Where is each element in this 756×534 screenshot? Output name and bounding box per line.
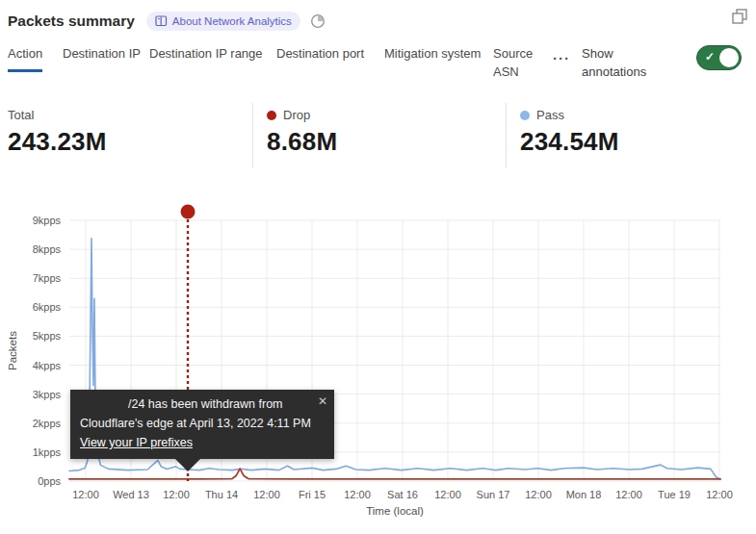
y-tick-label: 9kpps <box>33 215 62 226</box>
tab-action[interactable]: Action <box>8 42 63 72</box>
y-tick-label: 4kpps <box>33 360 62 371</box>
panel-header: Packets summary About Network Analytics <box>8 8 748 35</box>
x-tick-label: 12:00 <box>72 489 99 500</box>
x-tick-label: 12:00 <box>434 489 461 500</box>
tooltip-text-line1: /24 has been withdrawn from <box>80 394 325 414</box>
open-in-new-window-icon[interactable] <box>731 8 748 25</box>
time-window-icon[interactable] <box>310 13 326 29</box>
annotation-tooltip: ✕ /24 has been withdrawn from Cloudflare… <box>70 390 334 459</box>
stat-drop: Drop 8.68M <box>267 108 337 157</box>
y-tick-label: 0pps <box>38 475 61 487</box>
y-tick-label: 8kpps <box>33 243 62 255</box>
stat-pass: Pass 234.54M <box>520 108 619 157</box>
more-tabs-icon[interactable]: ··· <box>553 50 570 66</box>
y-tick-label: 7kpps <box>33 272 62 284</box>
book-icon <box>155 15 168 27</box>
chart-canvas: 0pps1kpps2kpps3kpps4kpps5kpps6kpps7kpps8… <box>0 197 756 534</box>
stats-divider <box>252 103 253 168</box>
packets-summary-panel: Packets summary About Network Analytics … <box>0 0 756 534</box>
x-axis-title: Time (local) <box>366 505 424 517</box>
pass-legend-dot <box>520 111 530 120</box>
dimension-tabs: Action Destination IP Destination IP ran… <box>8 42 665 82</box>
x-tick-label: Sun 17 <box>477 489 510 500</box>
about-network-analytics-badge[interactable]: About Network Analytics <box>146 12 300 31</box>
x-tick-label: 12:00 <box>615 489 642 500</box>
stat-total-label: Total <box>8 108 34 122</box>
tab-mitigation-system[interactable]: Mitigation system <box>384 42 493 64</box>
x-tick-label: 12:00 <box>706 489 733 500</box>
y-tick-label: 2kpps <box>33 418 62 429</box>
x-tick-label: 12:00 <box>525 489 552 500</box>
tab-destination-port[interactable]: Destination port <box>276 42 384 64</box>
x-tick-label: Wed 13 <box>113 489 149 500</box>
y-tick-label: 6kpps <box>33 301 62 313</box>
y-tick-label: 3kpps <box>33 389 62 400</box>
stats-divider <box>506 103 507 168</box>
tooltip-text-line2: Cloudflare's edge at April 13, 2022 4:11… <box>80 414 325 433</box>
packets-time-series-chart[interactable]: 0pps1kpps2kpps3kpps4kpps5kpps6kpps7kpps8… <box>0 197 756 534</box>
tab-destination-ip[interactable]: Destination IP <box>63 42 149 64</box>
y-tick-label: 5kpps <box>33 330 62 342</box>
page-title: Packets summary <box>8 13 135 30</box>
close-icon[interactable]: ✕ <box>318 392 327 411</box>
annotation-marker-dot <box>181 205 196 219</box>
tab-source-asn[interactable]: Source ASN <box>493 42 551 82</box>
x-tick-label: Mon 18 <box>566 489 602 500</box>
x-tick-label: Fri 15 <box>299 489 326 500</box>
check-icon: ✓ <box>705 50 715 64</box>
y-axis-title: Packets <box>7 331 18 370</box>
x-tick-label: 12:00 <box>163 489 190 500</box>
x-tick-label: 12:00 <box>253 489 280 500</box>
badge-label: About Network Analytics <box>172 15 292 27</box>
show-annotations-toggle[interactable]: ✓ <box>696 45 742 70</box>
stat-drop-value: 8.68M <box>267 127 337 157</box>
tab-destination-ip-range[interactable]: Destination IP range <box>149 42 276 64</box>
stat-total-value: 243.23M <box>8 127 107 157</box>
x-tick-label: 12:00 <box>344 489 371 500</box>
toggle-knob <box>719 48 739 67</box>
view-ip-prefixes-link[interactable]: View your IP prefixes <box>80 436 193 449</box>
series-drop-line <box>69 469 720 479</box>
stats-row: Total 243.23M Drop 8.68M Pass 234.54M <box>0 100 756 175</box>
stat-pass-label: Pass <box>536 108 564 122</box>
x-tick-label: Thu 14 <box>205 489 238 500</box>
stat-drop-label: Drop <box>283 108 310 122</box>
stat-total: Total 243.23M <box>8 108 107 157</box>
y-tick-label: 1kpps <box>33 446 62 458</box>
x-tick-label: Tue 19 <box>658 489 691 500</box>
drop-legend-dot <box>267 111 276 120</box>
show-annotations-label: Show annotations <box>582 42 665 82</box>
stat-pass-value: 234.54M <box>520 127 619 157</box>
x-tick-label: Sat 16 <box>387 489 418 500</box>
